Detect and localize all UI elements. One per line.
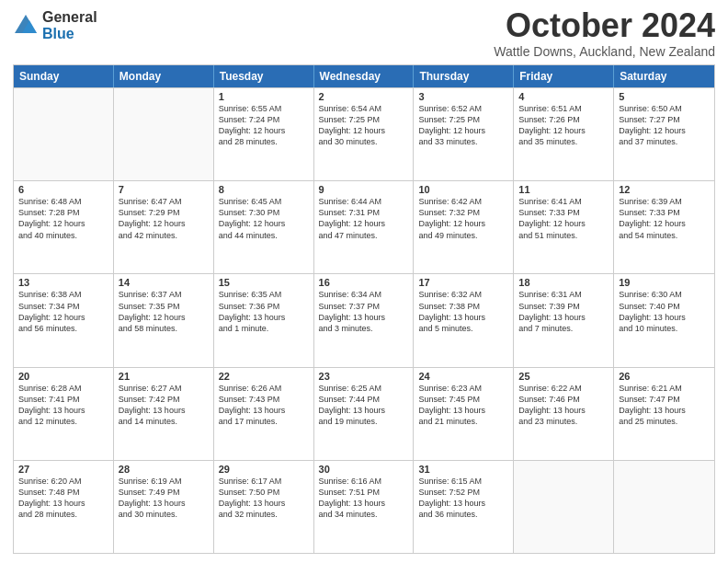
calendar-cell: 5Sunrise: 6:50 AM Sunset: 7:27 PM Daylig…: [614, 88, 714, 180]
header: General Blue October 2024 Wattle Downs, …: [13, 9, 715, 59]
calendar-cell: [514, 461, 614, 553]
day-info: Sunrise: 6:44 AM Sunset: 7:31 PM Dayligh…: [319, 196, 409, 241]
day-info: Sunrise: 6:52 AM Sunset: 7:25 PM Dayligh…: [418, 103, 508, 148]
logo-blue: Blue: [42, 26, 97, 42]
day-info: Sunrise: 6:54 AM Sunset: 7:25 PM Dayligh…: [319, 103, 409, 148]
calendar-cell: 17Sunrise: 6:32 AM Sunset: 7:38 PM Dayli…: [414, 274, 514, 366]
calendar-cell: 22Sunrise: 6:26 AM Sunset: 7:43 PM Dayli…: [214, 368, 314, 460]
day-number: 17: [418, 277, 508, 288]
day-info: Sunrise: 6:28 AM Sunset: 7:41 PM Dayligh…: [18, 383, 108, 428]
calendar-cell: 11Sunrise: 6:41 AM Sunset: 7:33 PM Dayli…: [514, 181, 614, 273]
header-day: Wednesday: [314, 65, 415, 87]
calendar-header: SundayMondayTuesdayWednesdayThursdayFrid…: [14, 65, 714, 87]
day-info: Sunrise: 6:30 AM Sunset: 7:40 PM Dayligh…: [619, 289, 710, 334]
day-number: 13: [18, 277, 108, 288]
calendar-cell: 30Sunrise: 6:16 AM Sunset: 7:51 PM Dayli…: [314, 461, 415, 553]
calendar-cell: 3Sunrise: 6:52 AM Sunset: 7:25 PM Daylig…: [414, 88, 514, 180]
calendar-row: 20Sunrise: 6:28 AM Sunset: 7:41 PM Dayli…: [14, 367, 714, 460]
day-info: Sunrise: 6:41 AM Sunset: 7:33 PM Dayligh…: [518, 196, 609, 241]
day-number: 1: [219, 91, 309, 102]
day-number: 9: [319, 184, 409, 195]
day-info: Sunrise: 6:23 AM Sunset: 7:45 PM Dayligh…: [418, 383, 508, 428]
calendar-cell: 9Sunrise: 6:44 AM Sunset: 7:31 PM Daylig…: [314, 181, 415, 273]
header-day: Monday: [114, 65, 214, 87]
day-number: 15: [219, 277, 309, 288]
calendar-cell: 19Sunrise: 6:30 AM Sunset: 7:40 PM Dayli…: [614, 274, 714, 366]
day-info: Sunrise: 6:45 AM Sunset: 7:30 PM Dayligh…: [219, 196, 309, 241]
day-info: Sunrise: 6:15 AM Sunset: 7:52 PM Dayligh…: [418, 476, 508, 521]
day-number: 23: [319, 371, 409, 382]
day-number: 31: [418, 464, 508, 475]
day-number: 30: [319, 464, 409, 475]
calendar-cell: 24Sunrise: 6:23 AM Sunset: 7:45 PM Dayli…: [414, 368, 514, 460]
calendar-cell: 23Sunrise: 6:25 AM Sunset: 7:44 PM Dayli…: [314, 368, 415, 460]
calendar-cell: [14, 88, 114, 180]
day-info: Sunrise: 6:20 AM Sunset: 7:48 PM Dayligh…: [18, 476, 108, 521]
day-number: 3: [418, 91, 508, 102]
day-number: 22: [219, 371, 309, 382]
day-info: Sunrise: 6:50 AM Sunset: 7:27 PM Dayligh…: [619, 103, 710, 148]
header-day: Tuesday: [214, 65, 314, 87]
day-info: Sunrise: 6:39 AM Sunset: 7:33 PM Dayligh…: [619, 196, 710, 241]
calendar: SundayMondayTuesdayWednesdayThursdayFrid…: [13, 64, 715, 554]
calendar-row: 1Sunrise: 6:55 AM Sunset: 7:24 PM Daylig…: [14, 87, 714, 180]
day-number: 21: [119, 371, 209, 382]
day-number: 5: [619, 91, 710, 102]
calendar-cell: 2Sunrise: 6:54 AM Sunset: 7:25 PM Daylig…: [314, 88, 415, 180]
day-info: Sunrise: 6:37 AM Sunset: 7:35 PM Dayligh…: [119, 289, 209, 334]
calendar-cell: 29Sunrise: 6:17 AM Sunset: 7:50 PM Dayli…: [214, 461, 314, 553]
day-number: 8: [219, 184, 309, 195]
calendar-cell: 13Sunrise: 6:38 AM Sunset: 7:34 PM Dayli…: [14, 274, 114, 366]
calendar-cell: 31Sunrise: 6:15 AM Sunset: 7:52 PM Dayli…: [414, 461, 514, 553]
calendar-cell: 20Sunrise: 6:28 AM Sunset: 7:41 PM Dayli…: [14, 368, 114, 460]
day-number: 14: [119, 277, 209, 288]
day-info: Sunrise: 6:32 AM Sunset: 7:38 PM Dayligh…: [418, 289, 508, 334]
calendar-row: 13Sunrise: 6:38 AM Sunset: 7:34 PM Dayli…: [14, 273, 714, 366]
day-number: 29: [219, 464, 309, 475]
day-info: Sunrise: 6:19 AM Sunset: 7:49 PM Dayligh…: [119, 476, 209, 521]
page: General Blue October 2024 Wattle Downs, …: [0, 0, 728, 563]
calendar-cell: 28Sunrise: 6:19 AM Sunset: 7:49 PM Dayli…: [114, 461, 214, 553]
day-number: 6: [18, 184, 108, 195]
day-info: Sunrise: 6:48 AM Sunset: 7:28 PM Dayligh…: [18, 196, 108, 241]
day-info: Sunrise: 6:34 AM Sunset: 7:37 PM Dayligh…: [319, 289, 409, 334]
calendar-cell: 21Sunrise: 6:27 AM Sunset: 7:42 PM Dayli…: [114, 368, 214, 460]
logo-general: General: [42, 9, 97, 26]
day-number: 10: [418, 184, 508, 195]
logo-icon: [13, 13, 39, 39]
day-number: 7: [119, 184, 209, 195]
calendar-cell: 7Sunrise: 6:47 AM Sunset: 7:29 PM Daylig…: [114, 181, 214, 273]
calendar-cell: 26Sunrise: 6:21 AM Sunset: 7:47 PM Dayli…: [614, 368, 714, 460]
day-number: 28: [119, 464, 209, 475]
calendar-cell: 15Sunrise: 6:35 AM Sunset: 7:36 PM Dayli…: [214, 274, 314, 366]
calendar-cell: 6Sunrise: 6:48 AM Sunset: 7:28 PM Daylig…: [14, 181, 114, 273]
calendar-row: 6Sunrise: 6:48 AM Sunset: 7:28 PM Daylig…: [14, 180, 714, 273]
header-day: Sunday: [14, 65, 114, 87]
title-block: October 2024 Wattle Downs, Auckland, New…: [494, 9, 715, 59]
calendar-cell: 10Sunrise: 6:42 AM Sunset: 7:32 PM Dayli…: [414, 181, 514, 273]
calendar-cell: 1Sunrise: 6:55 AM Sunset: 7:24 PM Daylig…: [214, 88, 314, 180]
day-number: 11: [518, 184, 609, 195]
day-info: Sunrise: 6:35 AM Sunset: 7:36 PM Dayligh…: [219, 289, 309, 334]
day-info: Sunrise: 6:38 AM Sunset: 7:34 PM Dayligh…: [18, 289, 108, 334]
day-info: Sunrise: 6:55 AM Sunset: 7:24 PM Dayligh…: [219, 103, 309, 148]
day-number: 27: [18, 464, 108, 475]
day-number: 16: [319, 277, 409, 288]
logo-text: General Blue: [42, 9, 97, 41]
day-number: 18: [518, 277, 609, 288]
day-number: 26: [619, 371, 710, 382]
day-info: Sunrise: 6:51 AM Sunset: 7:26 PM Dayligh…: [518, 103, 609, 148]
header-day: Thursday: [414, 65, 514, 87]
title-location: Wattle Downs, Auckland, New Zealand: [494, 44, 715, 59]
day-info: Sunrise: 6:42 AM Sunset: 7:32 PM Dayligh…: [418, 196, 508, 241]
calendar-cell: [114, 88, 214, 180]
header-day: Friday: [514, 65, 614, 87]
calendar-cell: 18Sunrise: 6:31 AM Sunset: 7:39 PM Dayli…: [514, 274, 614, 366]
logo: General Blue: [13, 9, 97, 41]
day-info: Sunrise: 6:21 AM Sunset: 7:47 PM Dayligh…: [619, 383, 710, 428]
title-month: October 2024: [494, 9, 715, 42]
calendar-cell: 16Sunrise: 6:34 AM Sunset: 7:37 PM Dayli…: [314, 274, 415, 366]
calendar-cell: 14Sunrise: 6:37 AM Sunset: 7:35 PM Dayli…: [114, 274, 214, 366]
day-number: 24: [418, 371, 508, 382]
day-number: 4: [518, 91, 609, 102]
